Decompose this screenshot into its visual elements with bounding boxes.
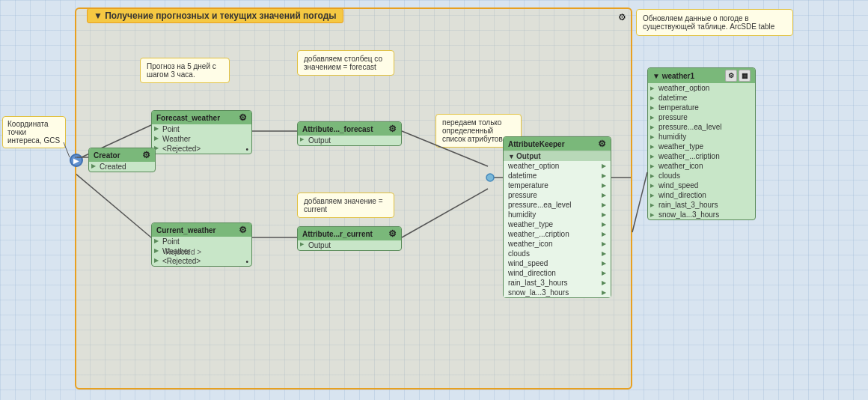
creator-title: Creator ⚙ — [89, 148, 155, 162]
input-connector: ▶ — [70, 154, 83, 167]
weather1-title: ▼ weather1 ⚙ ▦ — [648, 68, 755, 83]
creator-node-wrapper: ▶ Creator ⚙ Created — [88, 148, 156, 172]
current-weather-gear[interactable]: ⚙ — [239, 225, 247, 235]
attr-keeper-row-weather-type: weather_type ▶ — [504, 219, 611, 229]
group-gear-icon[interactable]: ⚙ — [618, 12, 626, 22]
add-col-current-note: добавляем значение = current — [297, 193, 394, 218]
main-process-group: ▼ Получение прогнозных и текущих значени… — [75, 7, 632, 390]
attr-keeper-node: AttributeKeeper ⚙ ▼ Output weather_optio… — [503, 136, 611, 298]
attr-forecast-output: Output — [298, 136, 401, 145]
w1-row-temperature: temperature — [648, 103, 755, 112]
creator-gear[interactable]: ⚙ — [142, 150, 150, 160]
forecast-rejected-dot: • — [245, 145, 248, 154]
weather1-gear-btn[interactable]: ⚙ — [725, 70, 737, 82]
svg-line-11 — [632, 172, 647, 232]
current-weather-node: Current_weather ⚙ Point Weather <Rejecte… — [151, 222, 252, 267]
creator-port-created: Created — [89, 162, 155, 172]
attr-keeper-row-datetime: datetime ▶ — [504, 171, 611, 181]
attr-keeper-row-wind-speed: wind_speed ▶ — [504, 258, 611, 268]
w1-row-pressure-ea: pressure...ea_level — [648, 122, 755, 132]
w1-row-clouds: clouds — [648, 171, 755, 181]
attr-keeper-row-snow: snow_la...3_hours ▶ — [504, 288, 611, 297]
attr-keeper-gear[interactable]: ⚙ — [598, 139, 606, 149]
attr-forecast-node: Attribute..._forecast ⚙ Output — [297, 121, 402, 146]
forecast-port-weather: Weather — [152, 134, 251, 144]
attr-keeper-row-humidity: humidity ▶ — [504, 210, 611, 219]
current-port-point: Point — [152, 237, 251, 246]
w1-row-rain: rain_last_3_hours — [648, 200, 755, 210]
w1-row-weather-type: weather_type — [648, 142, 755, 151]
weather1-node: ▼ weather1 ⚙ ▦ weather_option datetime t… — [647, 67, 756, 220]
w1-row-datetime: datetime — [648, 93, 755, 103]
group-title: ▼ Получение прогнозных и текущих значени… — [87, 8, 343, 23]
attr-keeper-output-label: ▼ Output — [504, 151, 611, 161]
attr-forecast-title: Attribute..._forecast ⚙ — [298, 122, 401, 136]
attr-keeper-row-temperature: temperature ▶ — [504, 181, 611, 190]
top-right-note: Обновляем данные о погоде в существующей… — [636, 9, 793, 36]
attr-keeper-row-wind-dir: wind_direction ▶ — [504, 268, 611, 278]
w1-row-weather-option: weather_option — [648, 83, 755, 93]
weather1-table-btn[interactable]: ▦ — [739, 70, 751, 82]
forecast-note: Прогноз на 5 дней с шагом 3 часа. — [140, 58, 230, 83]
attr-current-gear[interactable]: ⚙ — [388, 228, 397, 239]
weather1-icon-group: ⚙ ▦ — [725, 70, 751, 82]
attr-keeper-row-pressure: pressure ▶ — [504, 190, 611, 200]
attr-current-node: Attribute...r_current ⚙ Output — [297, 226, 402, 251]
w1-row-snow: snow_la...3_hours — [648, 210, 755, 219]
w1-row-weather-cription: weather_...cription — [648, 151, 755, 161]
w1-row-wind-dir: wind_direction — [648, 190, 755, 200]
forecast-port-point: Point — [152, 124, 251, 134]
w1-row-pressure: pressure — [648, 112, 755, 122]
w1-row-weather-icon: weather_icon — [648, 161, 755, 171]
svg-line-5 — [402, 189, 488, 237]
add-col-forecast-note: добавляем столбец со значением = forecas… — [297, 50, 394, 76]
coordinate-label: Координата точки интереса, GCS — [2, 116, 66, 148]
svg-line-1 — [76, 165, 151, 237]
current-port-rejected: <Rejected> • — [152, 256, 251, 266]
attr-keeper-title: AttributeKeeper ⚙ — [504, 137, 611, 151]
current-weather-title: Current_weather ⚙ — [152, 223, 251, 237]
w1-row-humidity: humidity — [648, 132, 755, 142]
attr-keeper-row-weather-option: weather_option ▶ — [504, 161, 611, 171]
forecast-weather-gear[interactable]: ⚙ — [239, 112, 247, 123]
svg-point-7 — [486, 174, 494, 181]
forecast-weather-title: Forecast_weather ⚙ — [152, 111, 251, 124]
current-rejected-dot: • — [245, 258, 248, 266]
attr-keeper-row-rain: rain_last_3_hours ▶ — [504, 278, 611, 288]
creator-node: Creator ⚙ Created — [88, 148, 156, 172]
attr-keeper-row-weather-icon: weather_icon ▶ — [504, 239, 611, 249]
forecast-port-rejected: <Rejected> • — [152, 144, 251, 154]
rejected-label: Rejected > — [165, 248, 201, 256]
attr-current-title: Attribute...r_current ⚙ — [298, 227, 401, 240]
attr-keeper-row-weather-cription: weather_...cription ▶ — [504, 229, 611, 239]
attr-keeper-row-clouds: clouds ▶ — [504, 249, 611, 258]
attr-forecast-gear[interactable]: ⚙ — [388, 124, 397, 134]
w1-row-wind-speed: wind_speed — [648, 181, 755, 190]
attr-current-output: Output — [298, 240, 401, 250]
forecast-weather-node: Forecast_weather ⚙ Point Weather <Reject… — [151, 110, 252, 154]
attr-keeper-row-pressure-ea: pressure...ea_level ▶ — [504, 200, 611, 210]
